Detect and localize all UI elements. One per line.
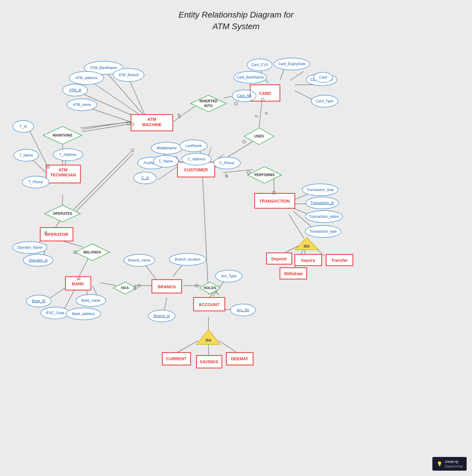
svg-text:Transfer: Transfer	[331, 258, 348, 263]
svg-text:Bank_address: Bank_address	[72, 312, 95, 316]
svg-text:Transaction_type: Transaction_type	[309, 229, 337, 234]
attr-bank-name: Bank_name	[76, 295, 106, 306]
attr-bank-id: Bank_ID	[26, 295, 51, 307]
svg-text:Card_Type: Card_Type	[316, 99, 334, 103]
svg-text:ATM: ATM	[59, 167, 67, 172]
svg-text:BANK: BANK	[72, 281, 84, 286]
attr-card-cvv: Card_CVV	[247, 59, 272, 71]
brand-text: creately Diagramming	[445, 459, 462, 468]
svg-line-72	[74, 154, 133, 214]
entity-atm-machine: ATM MACHINE	[131, 115, 173, 131]
attr-c-name: C_Name	[153, 155, 178, 167]
svg-text:Withdraw: Withdraw	[284, 271, 303, 276]
svg-text:N: N	[265, 111, 268, 115]
attr-ifsc-code: IFSC_Code	[41, 307, 69, 319]
svg-text:Branch_name: Branch_name	[128, 258, 151, 262]
attr-atm-address: ATM_address	[69, 71, 104, 84]
svg-line-39	[173, 104, 198, 122]
svg-text:Transaction_status: Transaction_status	[309, 214, 339, 219]
svg-line-26	[100, 283, 116, 286]
svg-line-63	[289, 214, 304, 238]
svg-text:Bank_name: Bank_name	[81, 298, 100, 303]
svg-text:N: N	[225, 173, 228, 178]
svg-line-36	[177, 341, 198, 353]
attr-transaction-type: Transaction_type	[305, 226, 341, 237]
svg-text:HOLDS: HOLDS	[204, 286, 216, 290]
attr-lastname: LastName	[180, 140, 207, 152]
entity-transaction: TRANSACTION	[255, 193, 295, 208]
svg-text:ATM_Branch: ATM_Branch	[118, 73, 139, 77]
relationship-inserted-into: INSERTED INTO	[191, 95, 226, 112]
erd-svg: N N N ATM MACHINE ATM TECHNICIAN OPERATO…	[0, 0, 472, 476]
svg-text:TECHNICIAN: TECHNICIAN	[50, 173, 76, 177]
svg-text:BELONGS: BELONGS	[83, 250, 101, 254]
svg-text:IFSC_Code: IFSC_Code	[46, 311, 65, 315]
attr-operator-id: Operator_id	[23, 254, 53, 266]
isa-account: ISA	[197, 330, 220, 345]
attr-transaction-time: Transaction_time	[302, 184, 338, 196]
attr-acc-no: Acc_No	[230, 304, 256, 316]
attr-acc-type: Acc_Type	[215, 270, 242, 282]
svg-text:T_Id: T_Id	[20, 124, 27, 129]
svg-text:OPERATES: OPERATES	[53, 212, 72, 216]
svg-line-38	[219, 341, 237, 353]
svg-text:ATM_id: ATM_id	[69, 88, 81, 92]
attr-t-name: T_Name	[14, 149, 39, 161]
attr-middlename: MiddleName	[151, 142, 182, 154]
attr-branch-location: Branch_location	[169, 253, 206, 265]
svg-text:PERFORMS: PERFORMS	[254, 173, 275, 177]
svg-text:ATM_name: ATM_name	[73, 103, 91, 107]
attr-card-label: Card	[314, 72, 333, 82]
relationship-operates: OPERATES	[45, 205, 80, 222]
relationship-belongs: BELONGS	[75, 244, 110, 261]
svg-marker-123	[191, 95, 226, 112]
svg-text:Card_No: Card_No	[237, 94, 251, 98]
svg-text:Bank_ID: Bank_ID	[32, 299, 46, 303]
svg-line-47	[259, 100, 262, 128]
attr-atm-name: ATM_name	[67, 99, 97, 111]
svg-text:HAS: HAS	[121, 286, 129, 290]
relationship-uses: USES	[244, 128, 274, 145]
svg-line-68	[202, 176, 208, 295]
svg-text:DEEMAT: DEEMAT	[231, 356, 249, 361]
svg-line-69	[82, 121, 132, 129]
attr-card-type: Card_Type	[311, 95, 338, 107]
attr-c-phone: C_Phone	[214, 157, 240, 169]
svg-text:N: N	[255, 114, 258, 118]
svg-text:T_Name: T_Name	[19, 153, 33, 157]
svg-text:C_Name: C_Name	[159, 159, 173, 163]
svg-text:Deposit: Deposit	[271, 256, 287, 261]
svg-text:SAVINGS: SAVINGS	[200, 359, 218, 364]
entity-deemat: DEEMAT	[226, 353, 253, 365]
attr-c-id: C_id	[134, 172, 156, 184]
svg-text:Acc_No: Acc_No	[237, 308, 249, 312]
svg-text:TRANSACTION: TRANSACTION	[259, 199, 290, 203]
svg-text:MiddleName: MiddleName	[157, 146, 177, 150]
svg-line-6	[89, 80, 146, 119]
attr-card-bankname: Card_BankName	[234, 71, 267, 83]
svg-text:ISA: ISA	[205, 338, 211, 342]
svg-text:CURRENT: CURRENT	[166, 356, 187, 361]
entity-deposit: Deposit	[267, 253, 292, 264]
svg-line-7	[128, 77, 146, 118]
entity-bank: BANK	[66, 277, 91, 290]
svg-line-226	[215, 292, 219, 295]
relationship-holds: HOLDS	[200, 282, 220, 294]
attr-card-expirydate: Card_ExpiryDate	[274, 58, 310, 70]
attr-transaction-id: Transaction_id	[306, 197, 339, 209]
attr-transaction-status: Transaction_status	[306, 211, 342, 223]
svg-text:Transaction_time: Transaction_time	[306, 188, 334, 192]
svg-text:USES: USES	[254, 134, 264, 138]
svg-text:C_Phone: C_Phone	[219, 161, 234, 165]
svg-text:Card: Card	[319, 75, 327, 79]
svg-text:LastName: LastName	[186, 144, 202, 148]
relationship-has: HAS	[113, 282, 137, 294]
relationship-performs: PERFORMS	[247, 167, 281, 183]
entity-withdraw: Withdraw	[280, 268, 307, 279]
attr-atm-id: ATM_id	[63, 84, 88, 96]
attr-t-address: T_Address	[53, 149, 83, 161]
svg-point-211	[234, 102, 237, 105]
svg-text:N: N	[177, 113, 180, 117]
entity-savings: SAVINGS	[197, 356, 222, 368]
svg-text:ATM_address: ATM_address	[75, 76, 97, 80]
